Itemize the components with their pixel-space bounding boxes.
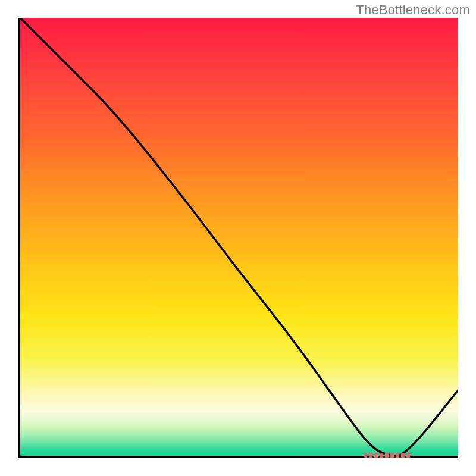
- optimal-range-band: [364, 453, 412, 458]
- chart-container: TheBottleneck.com: [0, 0, 476, 476]
- plot-area: [18, 18, 458, 458]
- attribution-text: TheBottleneck.com: [356, 2, 470, 18]
- heat-gradient: [20, 18, 458, 456]
